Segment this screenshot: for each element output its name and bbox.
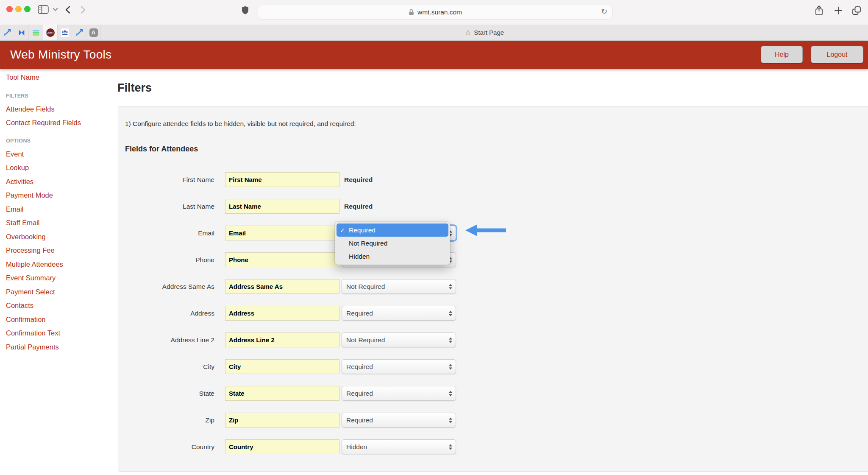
sidebar-item-multiple-attendees[interactable]: Multiple Attendees	[6, 260, 110, 268]
field-select-zip[interactable]: Required	[342, 413, 456, 428]
field-select-country[interactable]: Hidden	[342, 439, 456, 454]
field-label: State	[118, 390, 214, 397]
field-status-first-name: Required	[344, 176, 373, 184]
field-input-last-name[interactable]	[225, 199, 339, 214]
sidebar-section-options: OPTIONSEventLookupActivitiesPayment Mode…	[0, 138, 110, 351]
pinned-tab-jira-2[interactable]	[72, 25, 86, 40]
sidebar-sections: FILTERSAttendee FieldsContact Required F…	[0, 93, 110, 351]
field-select-state[interactable]: Required	[342, 386, 456, 401]
sidebar-item-tool-name[interactable]: Tool Name	[6, 73, 110, 81]
field-input-phone[interactable]	[225, 252, 339, 267]
privacy-shield-icon[interactable]	[239, 4, 250, 16]
field-input-address-line-2[interactable]	[225, 332, 339, 347]
field-row-address-same-as: Address Same As Not Required	[118, 279, 456, 294]
sidebar-item-activities[interactable]: Activities	[6, 178, 110, 185]
sidebar-section-filters: FILTERSAttendee FieldsContact Required F…	[0, 93, 110, 126]
sidebar-item-payment-select[interactable]: Payment Select	[6, 288, 110, 296]
field-input-email[interactable]	[225, 226, 339, 240]
select-value: Required	[346, 390, 373, 397]
field-row-country: Country Hidden	[118, 439, 456, 454]
field-input-city[interactable]	[225, 359, 339, 374]
select-stepper-icon	[449, 310, 452, 316]
field-select-city[interactable]: Required	[342, 359, 456, 374]
active-tab[interactable]: ☆ Start Page	[101, 25, 868, 40]
filters-panel: 1) Configure attendee fields to be hidde…	[118, 106, 868, 472]
lock-icon	[409, 9, 414, 16]
sidebar-section-heading: FILTERS	[6, 93, 110, 99]
site-header: Web Ministry Tools Help Logout	[0, 41, 868, 69]
select-value: Required	[346, 310, 373, 317]
pinned-tab-stripes[interactable]	[29, 25, 43, 40]
field-row-first-name: First Name Required	[118, 172, 456, 187]
field-row-city: City Required	[118, 359, 456, 374]
sidebar-item-contact-required-fields[interactable]: Contact Required Fields	[6, 119, 110, 126]
reload-icon[interactable]: ↻	[601, 7, 607, 16]
sidebar-item-event[interactable]: Event	[6, 150, 110, 158]
logout-button[interactable]: Logout	[811, 46, 863, 63]
traffic-light-zoom[interactable]	[24, 6, 31, 12]
people-icon	[61, 28, 69, 37]
tab-title-text: Start Page	[474, 29, 504, 36]
dropdown-popup: ✓Required✓Not Required✓Hidden	[335, 222, 450, 265]
field-input-address[interactable]	[225, 306, 339, 321]
pinned-tab-bowtie[interactable]	[14, 25, 29, 40]
new-tab-icon[interactable]	[832, 4, 844, 17]
dropdown-option-hidden[interactable]: ✓Hidden	[337, 250, 448, 263]
sidebar-item-confirmation[interactable]: Confirmation	[6, 316, 110, 323]
field-row-last-name: Last Name Required	[118, 199, 456, 214]
field-row-address-line-2: Address Line 2 Not Required	[118, 332, 456, 347]
site-title: Web Ministry Tools	[10, 48, 111, 61]
url-text: wmt.suran.com	[417, 8, 462, 16]
sidebar-item-staff-email[interactable]: Staff Email	[6, 219, 110, 226]
sidebar-item-payment-mode[interactable]: Payment Mode	[6, 191, 110, 199]
field-select-address[interactable]: Required	[342, 306, 456, 321]
field-input-country[interactable]	[225, 439, 339, 454]
field-label: Email	[118, 229, 214, 237]
sidebar-item-contacts[interactable]: Contacts	[6, 302, 110, 309]
field-label: Address	[118, 310, 214, 317]
sidebar-item-overbooking[interactable]: Overbooking	[6, 233, 110, 240]
field-label: First Name	[118, 176, 214, 184]
field-input-address-same-as[interactable]	[225, 279, 339, 294]
field-select-address-same-as[interactable]: Not Required	[342, 279, 456, 294]
sidebar-item-email[interactable]: Email	[6, 205, 110, 213]
sidebar-item-confirmation-text[interactable]: Confirmation Text	[6, 329, 110, 337]
pinned-tab-jira[interactable]	[0, 25, 14, 40]
field-label: Phone	[118, 256, 214, 264]
traffic-light-minimize[interactable]	[15, 6, 22, 12]
tab-strip: CDM+ A ☆ Start Page	[0, 25, 868, 41]
field-input-state[interactable]	[225, 386, 339, 401]
sidebar-section-heading: OPTIONS	[6, 138, 110, 144]
select-stepper-icon	[449, 417, 452, 423]
forward-button-icon[interactable]	[78, 4, 88, 15]
checkmark-icon: ✓	[340, 227, 349, 234]
dropdown-option-required[interactable]: ✓Required	[337, 224, 448, 237]
back-button-icon[interactable]	[63, 4, 72, 15]
pinned-tab-a[interactable]: A	[86, 25, 101, 40]
select-value: Required	[346, 416, 373, 424]
pinned-tab-people[interactable]	[58, 25, 72, 40]
bowtie-icon	[18, 29, 25, 36]
pinned-tabs: CDM+ A	[0, 25, 101, 40]
traffic-light-close[interactable]	[6, 6, 13, 12]
sidebar-item-partial-payments[interactable]: Partial Payments	[6, 343, 110, 351]
tab-overview-icon[interactable]	[850, 4, 863, 17]
pinned-tab-cdm-active[interactable]: CDM+	[43, 25, 58, 40]
select-stepper-icon	[449, 337, 452, 343]
sidebar-item-lookup[interactable]: Lookup	[6, 164, 110, 171]
field-input-zip[interactable]	[225, 413, 339, 428]
sidebar-toggle-icon[interactable]	[37, 4, 49, 14]
url-bar[interactable]: wmt.suran.com ↻	[258, 5, 613, 20]
sidebar-item-processing-fee[interactable]: Processing Fee	[6, 246, 110, 254]
share-icon[interactable]	[813, 4, 825, 17]
sidebar-item-event-summary[interactable]: Event Summary	[6, 274, 110, 282]
browser-toolbar: wmt.suran.com ↻	[0, 0, 868, 25]
dropdown-option-not-required[interactable]: ✓Not Required	[337, 237, 448, 250]
field-input-first-name[interactable]	[225, 172, 339, 187]
chevron-down-icon[interactable]	[52, 4, 58, 14]
help-button[interactable]: Help	[761, 46, 803, 63]
instruction-text: 1) Configure attendee fields to be hidde…	[125, 120, 356, 128]
select-value: Required	[346, 363, 373, 371]
sidebar-item-attendee-fields[interactable]: Attendee Fields	[6, 105, 110, 113]
field-select-address-line-2[interactable]: Not Required	[342, 332, 456, 347]
